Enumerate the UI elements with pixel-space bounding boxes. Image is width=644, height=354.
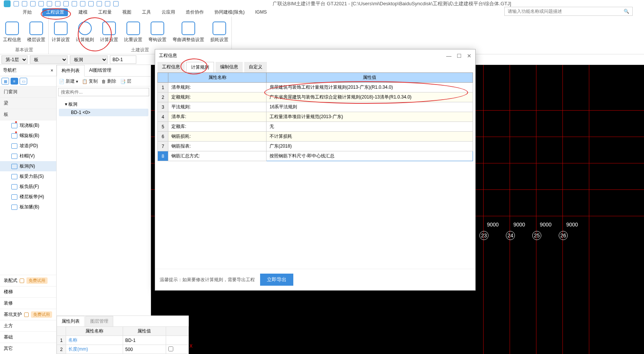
function-search[interactable]: 🔍 [504, 7, 633, 16]
quick-access-icon[interactable] [113, 1, 119, 6]
maximize-icon[interactable]: ☐ [457, 53, 462, 59]
tab-ai-drawings[interactable]: AI图纸管理 [85, 65, 116, 76]
menu-view[interactable]: 视图 [122, 9, 131, 15]
menu-collab[interactable]: 协同建模(限免) [214, 9, 245, 15]
project-info-button[interactable]: 工程信息 [3, 22, 21, 43]
floor-settings-button[interactable]: 楼层设置 [27, 22, 45, 43]
tree-item-column-cap[interactable]: 柱帽(V) [0, 151, 56, 161]
copy-button[interactable]: 📋 复制 [82, 78, 98, 85]
menu-cloud[interactable]: 云应用 [162, 9, 175, 15]
nav-section-board[interactable]: 板 [0, 109, 56, 120]
view-mode-icon[interactable]: ▭ [20, 78, 27, 85]
calc-rules-button[interactable]: 计算规则 [76, 22, 94, 43]
dlg-tab-custom[interactable]: 自定义 [244, 62, 267, 72]
tab-layers[interactable]: 图层管理 [85, 316, 113, 326]
rule-value[interactable]: 房屋建筑与装饰工程计量规范计算规则(2013-广东)(R1.0.34.0) [267, 83, 473, 92]
prop-value[interactable]: 500 [123, 345, 166, 354]
rule-value[interactable]: 16系平法规则 [267, 102, 473, 112]
rule-name: 钢筋损耗: [168, 132, 267, 142]
rule-value[interactable]: 广东(2018) [267, 142, 473, 151]
nav-stairs[interactable]: 楼梯 [0, 286, 56, 297]
loss-settings-button[interactable]: 损耗设置 [210, 22, 228, 43]
tree-item-cast-board[interactable]: 现浇板(B) [0, 120, 56, 131]
nav-assembly[interactable]: 装配式免费试用 [0, 275, 56, 286]
quick-access-icon[interactable] [97, 1, 102, 6]
col-header [57, 327, 66, 336]
nav-excavation[interactable]: 基坑支护免费试用 [0, 309, 56, 320]
quick-access-icon[interactable] [55, 1, 60, 6]
component-toolbar: 📄 新建 ▾ 📋 复制 🗑 删除 📑 层 [57, 77, 151, 86]
view-mode-icon[interactable]: ≡ [11, 78, 18, 85]
quick-access-icon[interactable] [14, 1, 19, 6]
prop-value[interactable]: BD-1 [123, 336, 166, 345]
hook-settings-button[interactable]: 弯钩设置 [148, 22, 166, 43]
prop-check[interactable] [166, 345, 188, 354]
menu-project-settings[interactable]: 工程设置 [42, 8, 68, 16]
tree-leaf[interactable]: BD-1 <0> [59, 109, 148, 116]
quick-access-icon[interactable] [30, 1, 35, 6]
tab-component-list[interactable]: 构件列表 [57, 65, 85, 77]
quick-access-icon[interactable] [22, 1, 27, 6]
tree-item-board-haunch[interactable]: 板加腋(B) [0, 202, 56, 212]
prop-name[interactable]: 长度(mm) [66, 345, 123, 354]
floor-select[interactable]: 第-1层 [2, 55, 28, 64]
menu-quantity[interactable]: 工程量 [98, 9, 112, 15]
tree-item-board-neg[interactable]: 板负筋(F) [0, 182, 56, 192]
footer-label: 楼梯 [4, 289, 13, 295]
bend-settings-button[interactable]: 弯曲调整值设置 [173, 22, 204, 43]
layers-button[interactable]: 📑 层 [120, 78, 131, 85]
prop-check[interactable] [166, 336, 188, 345]
rule-value[interactable]: 按照钢筋下料尺寸-即中心线汇总 [267, 151, 473, 161]
tab-properties[interactable]: 属性列表 [57, 316, 85, 326]
dlg-tab-calc-rules[interactable]: 计算规则 [186, 62, 214, 73]
close-icon[interactable]: × [51, 68, 53, 73]
close-icon[interactable]: ✕ [467, 53, 471, 59]
menu-modeling[interactable]: 建模 [79, 9, 88, 15]
quick-access-icon[interactable] [63, 1, 69, 6]
quick-access-icon[interactable] [88, 1, 94, 6]
view-mode-icon[interactable]: ▦ [2, 78, 9, 85]
search-input[interactable] [508, 9, 624, 14]
nav-decoration[interactable]: 装修 [0, 297, 56, 309]
calc-settings-button[interactable]: 计算设置 [52, 22, 70, 43]
nav-foundation[interactable]: 基础 [0, 331, 56, 343]
dlg-tab-info[interactable]: 工程信息 [157, 62, 185, 72]
tree-item-board-hole[interactable]: 板洞(N) [0, 161, 56, 171]
calc-settings2-button[interactable]: 计算设置 [100, 22, 118, 43]
quick-access-icon[interactable] [72, 1, 77, 6]
nav-section-beam[interactable]: 梁 [0, 98, 56, 109]
search-icon[interactable]: 🔍 [624, 9, 629, 14]
quick-access-icon[interactable] [47, 1, 52, 6]
quick-access-icon[interactable] [39, 1, 44, 6]
checkbox[interactable] [168, 346, 173, 351]
subcat-select[interactable]: 板洞 [70, 55, 108, 64]
menu-tools[interactable]: 工具 [142, 9, 151, 15]
tree-item-board-rebar[interactable]: 板受力筋(S) [0, 171, 56, 182]
tree-item-ramp[interactable]: 坡道(PD) [0, 141, 56, 151]
rule-value[interactable]: 无 [267, 122, 473, 132]
nav-other[interactable]: 其它 [0, 343, 56, 354]
new-button[interactable]: 📄 新建 ▾ [59, 78, 78, 85]
nav-earthwork[interactable]: 土方 [0, 320, 56, 331]
rule-value[interactable]: 不计算损耗 [267, 132, 473, 142]
delete-button[interactable]: 🗑 删除 [102, 78, 116, 85]
weight-settings-button[interactable]: 比重设置 [124, 22, 142, 43]
category-select[interactable]: 板 [30, 55, 68, 64]
minimize-icon[interactable]: — [446, 53, 451, 59]
menu-start[interactable]: 开始 [23, 9, 32, 15]
nav-section-doors[interactable]: 门窗洞 [0, 86, 56, 98]
menu-pricing[interactable]: 造价协作 [186, 9, 204, 15]
prop-name[interactable]: 名称 [66, 336, 123, 345]
rule-value[interactable]: 广东省房屋建筑与装饰工程综合定额计算规则(2018)-13清单(R1.0.34.… [267, 92, 473, 102]
export-button[interactable]: 立即导出 [260, 274, 293, 286]
menu-igms[interactable]: IGMS [255, 9, 267, 15]
tree-item-floor-strip[interactable]: 楼层板带(H) [0, 192, 56, 202]
rule-value[interactable]: 工程量清单项目计量规范(2013-广东) [267, 112, 473, 122]
component-search-input[interactable] [58, 88, 149, 96]
quick-access-icon[interactable] [80, 1, 85, 6]
dlg-tab-compile[interactable]: 编制信息 [216, 62, 243, 72]
component-input[interactable] [110, 55, 136, 64]
tree-root[interactable]: ▾ 板洞 [59, 100, 148, 109]
quick-access-icon[interactable] [105, 1, 110, 6]
tree-item-spiral-board[interactable]: 螺旋板(B) [0, 131, 56, 141]
